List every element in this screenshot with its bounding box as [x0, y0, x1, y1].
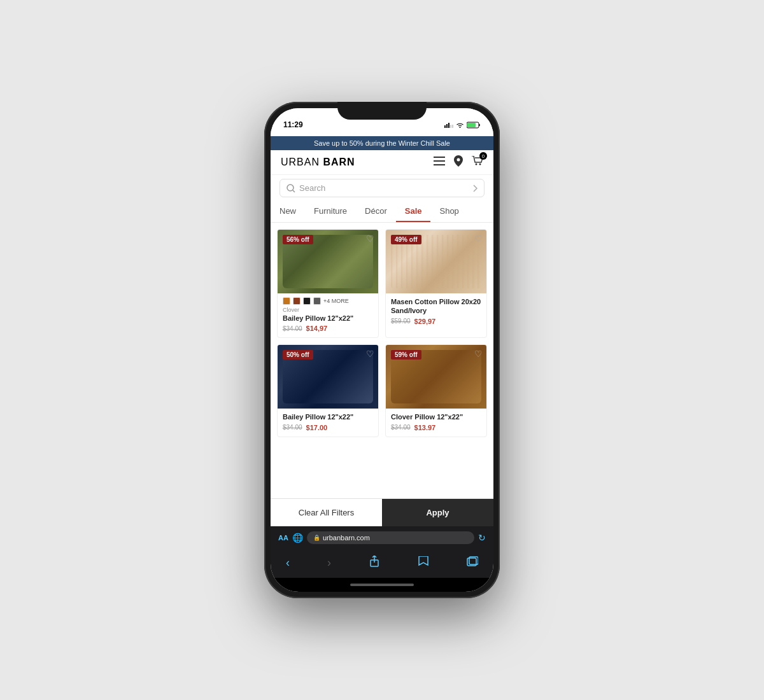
browser-reload-button[interactable]: ↻: [478, 533, 486, 543]
apply-filters-button[interactable]: Apply: [382, 499, 493, 526]
svg-point-10: [457, 158, 460, 162]
cart-count: 0: [479, 152, 487, 160]
product-card-4[interactable]: 59% off ♡ Clover Pillow 12"x22" $34.00 $…: [385, 344, 487, 437]
status-time: 11:29: [283, 120, 303, 129]
product-name-1: Bailey Pillow 12"x22": [283, 314, 373, 323]
wishlist-button-4[interactable]: ♡: [474, 349, 483, 359]
battery-icon: [467, 122, 481, 129]
tab-furniture[interactable]: Furniture: [305, 201, 356, 222]
more-colors-1: +4 MORE: [323, 298, 349, 304]
phone-device: 11:29: [264, 102, 500, 598]
tab-sale[interactable]: Sale: [396, 201, 431, 222]
discount-badge-4: 59% off: [391, 350, 421, 360]
phone-screen: 11:29: [271, 108, 493, 592]
search-bar[interactable]: Search: [279, 179, 485, 197]
forward-button[interactable]: ›: [325, 554, 334, 572]
svg-rect-7: [434, 157, 445, 158]
product-info-3: Bailey Pillow 12"x22" $34.00 $17.00: [278, 409, 378, 436]
product-name-4: Clover Pillow 12"x22": [391, 412, 481, 421]
wifi-icon: [456, 122, 464, 128]
product-card-2[interactable]: 49% off ♡ Masen Cotton Pillow 20x20 Sand…: [385, 229, 487, 338]
bookmarks-button[interactable]: [415, 554, 432, 572]
tab-decor[interactable]: Décor: [356, 201, 396, 222]
product-card-3[interactable]: 50% off ♡ Bailey Pillow 12"x22" $34.00 $…: [277, 344, 379, 437]
wishlist-button-1[interactable]: ♡: [366, 234, 374, 244]
search-input-placeholder: Search: [299, 183, 473, 193]
product-info-1: +4 MORE Clover Bailey Pillow 12"x22" $34…: [278, 293, 378, 337]
cart-button[interactable]: 0: [472, 156, 483, 169]
location-button[interactable]: [454, 155, 463, 169]
svg-rect-4: [452, 125, 453, 128]
svg-point-13: [287, 185, 294, 191]
logo-part2: BARN: [323, 157, 355, 167]
discount-badge-1: 56% off: [283, 235, 313, 244]
browser-url-bar[interactable]: 🔒 urbanbarn.com: [307, 531, 474, 544]
product-card-1[interactable]: 56% off ♡ +4 MORE Clover Bailey Pillow 1…: [277, 229, 379, 338]
wishlist-button-3[interactable]: ♡: [366, 349, 374, 359]
tab-new[interactable]: New: [271, 201, 305, 222]
product-name-3: Bailey Pillow 12"x22": [283, 412, 373, 421]
color-swatch-1b[interactable]: [293, 297, 301, 305]
browser-globe-icon[interactable]: 🌐: [292, 533, 303, 543]
share-icon: [369, 556, 380, 567]
color-swatch-1a[interactable]: [283, 297, 290, 305]
product-info-4: Clover Pillow 12"x22" $34.00 $13.97: [386, 409, 486, 436]
phone-notch: [337, 102, 427, 120]
browser-bar: AA 🌐 🔒 urbanbarn.com ↻: [271, 526, 493, 549]
discount-badge-3: 50% off: [283, 350, 313, 360]
product-prices-3: $34.00 $17.00: [283, 424, 373, 431]
price-sale-1: $14,97: [306, 325, 328, 332]
filter-bottom-bar: Clear All Filters Apply: [271, 498, 493, 526]
browser-aa-button[interactable]: AA: [278, 534, 288, 542]
wishlist-button-2[interactable]: ♡: [474, 234, 483, 244]
tab-shop[interactable]: Shop: [430, 201, 467, 222]
price-original-4: $34.00: [391, 424, 411, 431]
product-prices-1: $34.00 $14,97: [283, 325, 373, 332]
svg-rect-6: [467, 123, 476, 127]
price-sale-3: $17.00: [306, 424, 328, 431]
chevron-right-icon: [473, 185, 478, 192]
products-grid: 56% off ♡ +4 MORE Clover Bailey Pillow 1…: [271, 223, 493, 498]
status-icons: [444, 122, 481, 129]
svg-point-12: [479, 164, 481, 165]
color-swatch-1c[interactable]: [303, 297, 311, 305]
tabs-icon: [467, 556, 478, 566]
product-name-2: Masen Cotton Pillow 20x20 Sand/Ivory: [391, 297, 481, 316]
home-bar: [350, 584, 414, 586]
svg-line-14: [293, 190, 295, 192]
clear-filters-button[interactable]: Clear All Filters: [271, 499, 382, 526]
brand-logo[interactable]: URBAN BARN: [281, 157, 355, 168]
signal-icon: [444, 122, 453, 128]
back-button[interactable]: ‹: [283, 554, 292, 572]
home-indicator: [271, 578, 493, 592]
browser-lock-icon: 🔒: [313, 535, 320, 541]
product-prices-4: $34.00 $13.97: [391, 424, 481, 431]
share-button[interactable]: [366, 553, 383, 573]
promo-banner[interactable]: Save up to 50% during the Winter Chill S…: [271, 136, 493, 150]
browser-url-text: urbanbarn.com: [323, 534, 370, 542]
price-original-2: $59.00: [391, 318, 411, 325]
hamburger-icon: [434, 157, 445, 165]
product-colors-1: +4 MORE: [283, 297, 373, 305]
discount-badge-2: 49% off: [391, 235, 421, 244]
promo-text: Save up to 50% during the Winter Chill S…: [314, 139, 450, 147]
product-prices-2: $59.00 $29,97: [391, 318, 481, 325]
location-icon: [454, 155, 463, 167]
color-swatch-1d[interactable]: [313, 297, 321, 305]
price-original-3: $34.00: [283, 424, 302, 431]
nav-tabs: New Furniture Décor Sale Shop: [271, 201, 493, 223]
bookmarks-icon: [418, 556, 429, 566]
header-icons: 0: [434, 155, 483, 169]
logo-part1: URBAN: [281, 157, 323, 167]
search-icon: [286, 184, 295, 193]
price-sale-4: $13.97: [414, 424, 436, 431]
svg-rect-3: [450, 125, 451, 128]
svg-rect-9: [434, 164, 445, 165]
svg-rect-8: [434, 160, 445, 162]
price-sale-2: $29,97: [414, 318, 436, 325]
price-original-1: $34.00: [283, 325, 302, 332]
menu-button[interactable]: [434, 157, 445, 168]
tabs-button[interactable]: [464, 554, 481, 572]
app-header: URBAN BARN: [271, 150, 493, 175]
svg-rect-1: [446, 124, 448, 128]
